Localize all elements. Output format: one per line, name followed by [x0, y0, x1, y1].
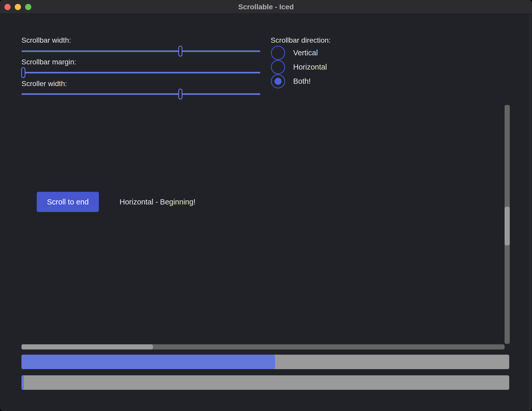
horizontal-scrollbar-rail[interactable]	[21, 344, 505, 349]
slider-scroller-width[interactable]	[21, 93, 260, 95]
radio-label-horizontal[interactable]: Horizontal	[293, 62, 327, 72]
horizontal-progress-bar	[21, 355, 509, 369]
progress-fill	[21, 355, 275, 369]
window-right-edge	[530, 14, 530, 411]
progress-fill	[21, 375, 24, 390]
app-window: Scrollable - Iced Scrollbar width: Scrol…	[0, 0, 532, 411]
vertical-scrollbar-rail[interactable]	[505, 105, 510, 344]
vertical-progress-bar	[21, 375, 509, 390]
slider-label-scrollbar-width: Scrollbar width:	[21, 36, 71, 45]
radio-horizontal[interactable]	[271, 60, 285, 74]
vertical-scrollbar-thumb[interactable]	[505, 207, 510, 246]
radio-label-both[interactable]: Both!	[293, 76, 311, 86]
horizontal-scrollbar-thumb[interactable]	[21, 344, 153, 349]
scroll-status-text: Horizontal - Beginning!	[120, 192, 195, 212]
radio-vertical[interactable]	[271, 46, 285, 60]
window-title: Scrollable - Iced	[0, 0, 532, 14]
radio-dot	[275, 78, 282, 85]
radio-both[interactable]	[271, 74, 285, 88]
slider-label-scroller-width: Scroller width:	[21, 79, 67, 88]
slider-handle[interactable]	[21, 67, 25, 78]
slider-scrollbar-width[interactable]	[21, 50, 260, 52]
slider-handle[interactable]	[178, 89, 182, 100]
slider-handle[interactable]	[178, 46, 182, 57]
slider-label-scrollbar-margin: Scrollbar margin:	[21, 57, 76, 67]
radio-label-vertical[interactable]: Vertical	[293, 48, 318, 58]
titlebar[interactable]: Scrollable - Iced	[0, 0, 532, 14]
scroll-to-end-button[interactable]: Scroll to end	[37, 192, 99, 212]
radio-group-label: Scrollbar direction:	[271, 36, 331, 45]
slider-scrollbar-margin[interactable]	[21, 72, 260, 73]
